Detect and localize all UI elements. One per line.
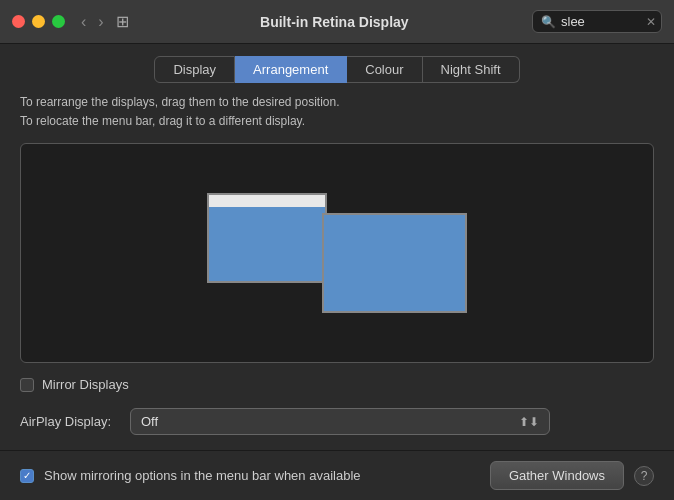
tab-bar: Display Arrangement Colour Night Shift [0,44,674,93]
search-clear-icon[interactable]: ✕ [646,15,656,29]
display-right[interactable] [322,213,467,313]
tab-arrangement[interactable]: Arrangement [235,56,347,83]
checkmark-icon: ✓ [23,470,31,481]
airplay-label: AirPlay Display: [20,414,120,429]
grid-icon: ⊞ [116,12,129,31]
search-icon: 🔍 [541,15,556,29]
dropdown-arrow-icon: ⬆⬇ [519,415,539,429]
help-button[interactable]: ? [634,466,654,486]
airplay-row: AirPlay Display: Off ⬆⬇ [20,408,654,435]
show-mirror-checkbox[interactable]: ✓ [20,469,34,483]
mirror-checkbox[interactable] [20,378,34,392]
menu-bar-indicator [209,195,325,207]
tab-colour[interactable]: Colour [347,56,422,83]
titlebar: ‹ › ⊞ Built-in Retina Display 🔍 ✕ [0,0,674,44]
close-button[interactable] [12,15,25,28]
traffic-lights [12,15,65,28]
mirror-label: Mirror Displays [42,377,129,392]
back-button[interactable]: ‹ [77,11,90,33]
instructions: To rearrange the displays, drag them to … [20,93,654,131]
show-mirror-label: Show mirroring options in the menu bar w… [44,468,480,483]
maximize-button[interactable] [52,15,65,28]
mirror-row: Mirror Displays [20,377,654,392]
main-content: To rearrange the displays, drag them to … [0,93,674,435]
forward-button[interactable]: › [94,11,107,33]
bottom-bar: ✓ Show mirroring options in the menu bar… [0,450,674,500]
tab-display[interactable]: Display [154,56,235,83]
arrangement-area[interactable] [20,143,654,363]
search-input[interactable] [561,14,641,29]
display-left[interactable] [207,193,327,283]
airplay-dropdown[interactable]: Off ⬆⬇ [130,408,550,435]
tab-night-shift[interactable]: Night Shift [423,56,520,83]
nav-arrows: ‹ › [77,11,108,33]
window-title: Built-in Retina Display [137,14,532,30]
minimize-button[interactable] [32,15,45,28]
instruction-line1: To rearrange the displays, drag them to … [20,93,654,112]
search-box[interactable]: 🔍 ✕ [532,10,662,33]
display-container [207,173,467,333]
airplay-value: Off [141,414,158,429]
gather-windows-button[interactable]: Gather Windows [490,461,624,490]
instruction-line2: To relocate the menu bar, drag it to a d… [20,112,654,131]
